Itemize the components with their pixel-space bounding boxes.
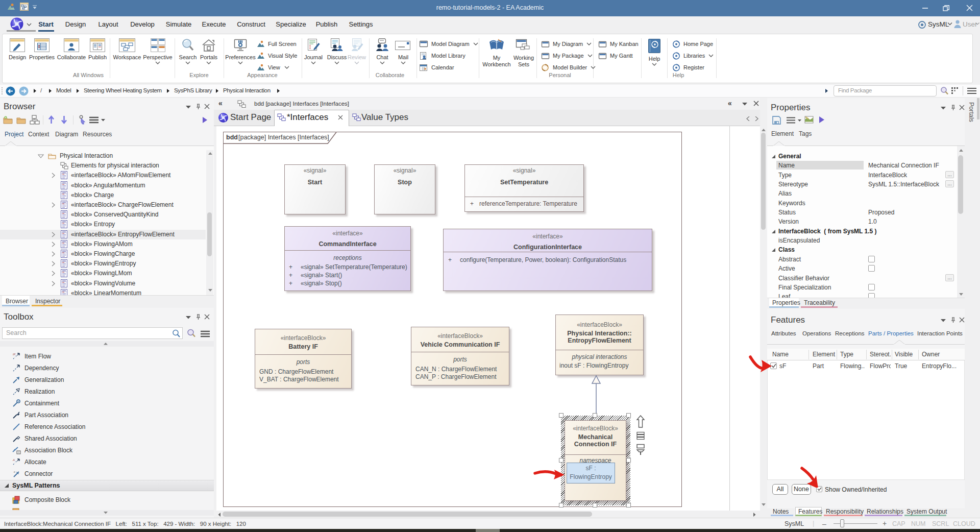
svg-text:A: A <box>12 458 15 462</box>
svg-text:c: c <box>14 470 15 473</box>
svg-text:IF: IF <box>13 353 16 356</box>
